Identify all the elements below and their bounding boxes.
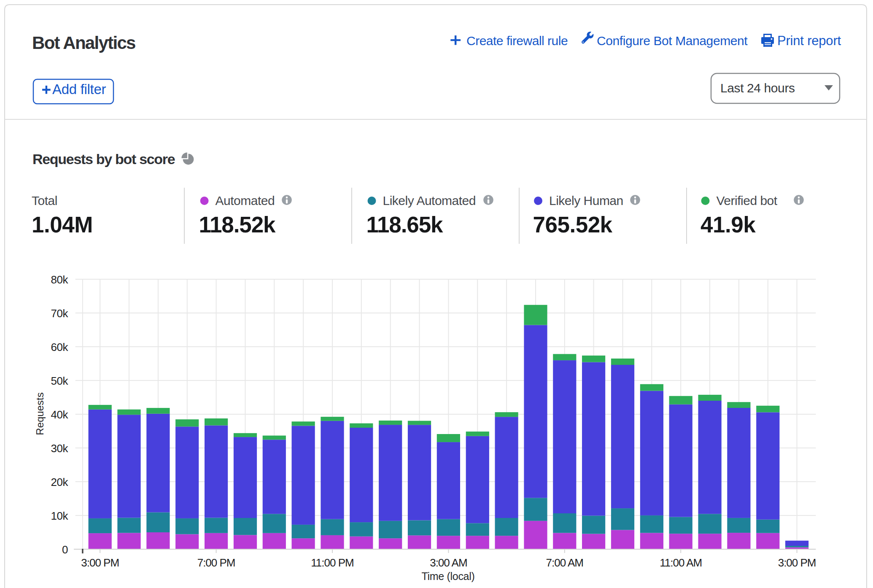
svg-text:70k: 70k xyxy=(51,307,69,320)
svg-text:11:00 PM: 11:00 PM xyxy=(311,556,353,569)
svg-text:10k: 10k xyxy=(51,510,69,522)
svg-text:118.52k: 118.52k xyxy=(199,212,276,237)
svg-text:Requests by bot score: Requests by bot score xyxy=(32,151,175,167)
svg-text:Automated: Automated xyxy=(216,194,275,208)
svg-text:Bot Analytics: Bot Analytics xyxy=(32,33,135,53)
svg-text:0: 0 xyxy=(62,543,68,556)
svg-text:1.04M: 1.04M xyxy=(32,212,93,237)
svg-text:3:00 AM: 3:00 AM xyxy=(430,556,467,569)
svg-text:60k: 60k xyxy=(51,341,69,353)
svg-text:7:00 AM: 7:00 AM xyxy=(546,556,583,569)
svg-text:Total: Total xyxy=(32,194,57,208)
svg-text:Likely Automated: Likely Automated xyxy=(383,194,476,208)
svg-text:Time (local): Time (local) xyxy=(421,570,474,582)
svg-text:765.52k: 765.52k xyxy=(533,212,613,237)
svg-text:Configure Bot Management: Configure Bot Management xyxy=(597,34,748,48)
svg-text:Create firewall rule: Create firewall rule xyxy=(466,34,568,48)
svg-text:20k: 20k xyxy=(51,476,69,488)
svg-text:40k: 40k xyxy=(51,408,69,421)
svg-text:Likely Human: Likely Human xyxy=(549,194,623,208)
svg-text:3:00 PM: 3:00 PM xyxy=(778,556,816,569)
svg-text:30k: 30k xyxy=(51,442,69,455)
svg-text:Last 24 hours: Last 24 hours xyxy=(720,81,795,95)
svg-text:41.9k: 41.9k xyxy=(701,212,756,237)
svg-text:7:00 PM: 7:00 PM xyxy=(197,556,235,569)
svg-text:Print report: Print report xyxy=(777,33,841,48)
svg-text:Requests: Requests xyxy=(34,392,46,435)
svg-text:Add filter: Add filter xyxy=(52,81,106,97)
svg-text:11:00 AM: 11:00 AM xyxy=(660,556,702,569)
svg-text:118.65k: 118.65k xyxy=(366,212,444,237)
svg-text:80k: 80k xyxy=(51,273,69,286)
svg-text:3:00 PM: 3:00 PM xyxy=(81,556,119,569)
svg-text:Verified bot: Verified bot xyxy=(717,194,778,208)
svg-text:50k: 50k xyxy=(51,375,69,387)
